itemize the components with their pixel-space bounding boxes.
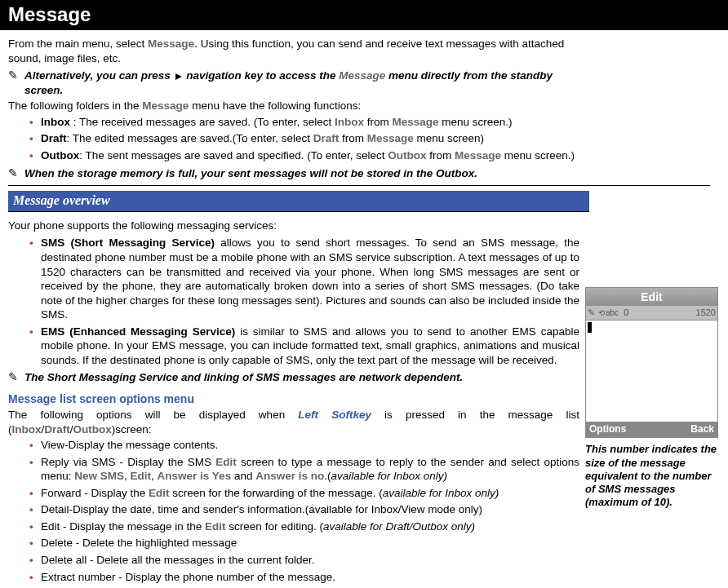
opt-text: Detail-Display the date, time and sender… xyxy=(41,503,482,515)
lm-p3: )screen: xyxy=(112,423,152,435)
opt-and: and xyxy=(231,470,255,482)
page-content: From the main menu, select Message. Usin… xyxy=(0,30,728,584)
intro-prefix: From the main menu, select xyxy=(8,38,148,50)
folder-sel: Outbox xyxy=(388,149,426,161)
fi-menu: Message xyxy=(142,99,189,112)
input-mode-indicator: ⟲abc xyxy=(598,307,619,318)
left-softkey[interactable]: Options xyxy=(589,423,626,436)
alt-p1: Alternatively, you can press xyxy=(24,69,174,82)
folder-mid: from xyxy=(426,149,455,161)
service-name: EMS (Enhanced Messaging Service) xyxy=(41,325,235,338)
opt-g: Edit xyxy=(149,487,170,499)
opt-text: Delete - Delete the highlighted message xyxy=(41,537,237,549)
folder-desc: The edited messages are saved.(To enter,… xyxy=(73,132,313,144)
folder-mid: from xyxy=(339,132,367,144)
list-menu-para: The following options will be displayed … xyxy=(8,408,579,436)
opt-g: Edit xyxy=(215,456,237,468)
folder-list: Inbox : The received messages are saved.… xyxy=(8,115,579,163)
opt-ital: available for Draft/Outbox only) xyxy=(323,520,475,533)
page-title: Message xyxy=(8,2,720,27)
list-item: Edit - Display the message in the Edit s… xyxy=(41,519,579,534)
folder-name: Outbox xyxy=(41,149,79,161)
phone-softkey-bar: Options Back xyxy=(586,422,717,438)
lm-i3: Outbox xyxy=(73,423,112,435)
list-item: EMS (Enhanced Messaging Service) is simi… xyxy=(41,325,579,368)
fi-suffix: menu have the following functions: xyxy=(189,99,361,112)
list-item: View-Display the message contents. xyxy=(41,438,579,453)
folder-desc: The received messages are saved. (To ent… xyxy=(79,116,335,128)
char-limit: 1520 xyxy=(696,307,716,318)
phone-screen-title: Edit xyxy=(586,288,717,306)
opt-comma: , xyxy=(124,470,131,482)
pencil-icon: ✎ xyxy=(588,307,595,318)
opt-g: Answer is Yes xyxy=(158,470,232,482)
book-icon: ✎ xyxy=(8,370,18,384)
list-item: Delete - Delete the highlighted message xyxy=(41,536,579,550)
storage-note: When the storage memory is full, your se… xyxy=(24,166,710,181)
lm-p1: The following options will be displayed … xyxy=(8,409,298,421)
alt-menu: Message xyxy=(339,69,385,82)
folder-mid: from xyxy=(364,116,393,128)
char-count: 0 xyxy=(624,307,628,318)
opt-text: Extract number - Display the phone numbe… xyxy=(41,571,335,583)
overview-intro: Your phone supports the following messag… xyxy=(8,219,579,233)
phone-edit-area[interactable] xyxy=(586,320,717,422)
opt-prefix: Edit - Display the message in the xyxy=(41,520,205,533)
right-arrow-icon xyxy=(175,73,182,80)
opt-ital: available for Inbox only) xyxy=(331,470,447,482)
right-softkey[interactable]: Back xyxy=(690,423,714,436)
lm-i1: Inbox xyxy=(12,423,42,435)
folder-end: menu screen.) xyxy=(501,149,575,161)
opt-text: Delete all - Delete all the messages in … xyxy=(41,554,314,566)
lm-softkey: Left Softkey xyxy=(298,409,371,421)
opt-ital: available for Inbox only) xyxy=(383,487,499,499)
folder-end: menu screen) xyxy=(414,132,484,144)
network-note-row: ✎ The Short Messaging Service and linkin… xyxy=(8,370,579,385)
options-list: View-Display the message contents. Reply… xyxy=(8,438,579,584)
phone-caption: This number indicates the size of the me… xyxy=(585,443,720,509)
list-menu-heading: Message list screen options menu xyxy=(8,391,579,406)
folders-intro: The following folders in the Message men… xyxy=(8,99,579,113)
opt-g: Edit xyxy=(131,470,152,482)
list-item: Outbox: The sent messages are saved and … xyxy=(41,148,579,163)
text-cursor-icon xyxy=(588,322,592,333)
alt-note-row: ✎ Alternatively, you can press navigatio… xyxy=(8,69,579,97)
list-item: Extract number - Display the phone numbe… xyxy=(41,570,579,585)
fi-prefix: The following folders in the xyxy=(8,99,142,112)
storage-note-row: ✎ When the storage memory is full, your … xyxy=(8,166,710,187)
page-header: Message xyxy=(0,0,728,30)
list-item: SMS (Short Messaging Service) allows you… xyxy=(41,236,579,321)
phone-status-bar: ✎ ⟲abc 0 1520 xyxy=(586,306,717,319)
opt-mid: screen for the forwarding of the message… xyxy=(170,487,383,499)
opt-comma: , xyxy=(151,470,158,482)
opt-g: New SMS xyxy=(74,470,124,482)
opt-mid: screen for editing. ( xyxy=(226,520,323,533)
network-note: The Short Messaging Service and linking … xyxy=(24,370,579,385)
mode-text: abc xyxy=(606,307,619,318)
list-item: Delete all - Delete all the messages in … xyxy=(41,553,579,568)
list-item: Detail-Display the date, time and sender… xyxy=(41,502,579,517)
sep: : xyxy=(67,132,73,144)
opt-g: Edit xyxy=(205,520,226,533)
folder-desc: The sent messages are saved and specifie… xyxy=(86,149,388,161)
list-item: Forward - Display the Edit screen for th… xyxy=(41,486,579,501)
folder-menu: Message xyxy=(367,132,414,144)
folder-sel: Draft xyxy=(313,132,340,144)
main-column: From the main menu, select Message. Usin… xyxy=(8,37,579,584)
folder-name: Inbox xyxy=(41,116,70,128)
alt-note-text: Alternatively, you can press navigation … xyxy=(24,69,579,97)
list-item: Reply via SMS - Display the SMS Edit scr… xyxy=(41,455,579,484)
opt-prefix: Reply via SMS - Display the SMS xyxy=(41,456,215,468)
folder-sel: Inbox xyxy=(335,116,364,128)
folder-menu: Message xyxy=(455,149,501,161)
sep: : xyxy=(79,149,85,161)
book-icon: ✎ xyxy=(8,69,18,82)
opt-text: View-Display the message contents. xyxy=(41,439,218,451)
folder-name: Draft xyxy=(41,132,67,144)
list-item: Inbox : The received messages are saved.… xyxy=(41,115,579,130)
folder-menu: Message xyxy=(392,116,438,128)
intro-menu: Message xyxy=(148,38,194,50)
section-header: Message overview xyxy=(8,191,589,212)
service-name: SMS (Short Messaging Service) xyxy=(41,237,215,249)
services-list: SMS (Short Messaging Service) allows you… xyxy=(8,236,579,367)
